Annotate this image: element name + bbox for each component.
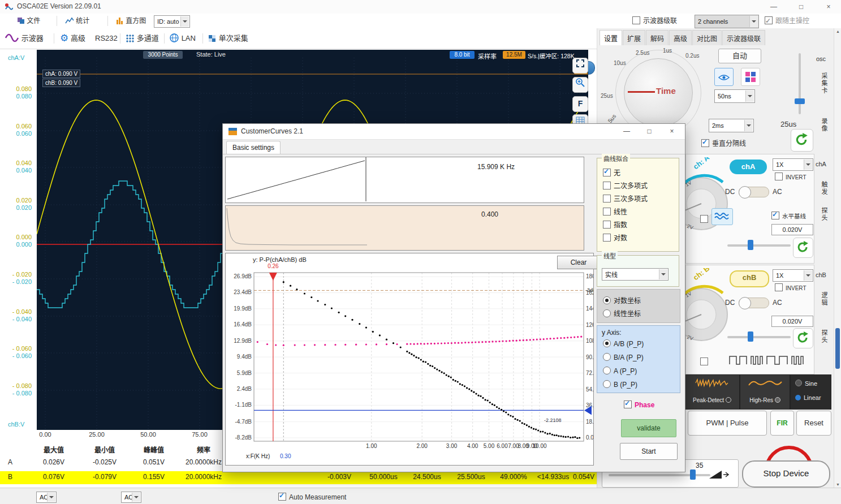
validate-button[interactable]: validate <box>621 419 676 437</box>
scroll-up-icon[interactable]: ▲ <box>836 29 840 33</box>
tab-basic-settings[interactable]: Basic settings <box>226 141 281 154</box>
toolbar-oscilloscope[interactable]: 示波器 <box>5 31 44 46</box>
maximize-button[interactable]: □ <box>789 0 814 14</box>
channel-A-slider-handle[interactable] <box>748 240 753 250</box>
dialog-maximize-button[interactable]: □ <box>639 126 660 137</box>
toolbar-single-acquisition[interactable]: 单次采集 <box>208 31 248 46</box>
fft-button[interactable]: F <box>572 96 588 112</box>
reset-button[interactable]: Reset <box>796 411 831 436</box>
channel-A-coupling-toggle[interactable] <box>739 187 769 197</box>
yaxis-option-4[interactable]: B (P_P) <box>603 380 637 389</box>
side-tab-探头[interactable]: 探头 <box>820 207 829 222</box>
side-tab-chA[interactable]: chA <box>816 161 826 167</box>
fullscreen-button[interactable] <box>572 58 588 74</box>
menu-file[interactable]: 文件 <box>17 15 40 27</box>
toolbar-multichannel[interactable]: 多通道 <box>126 31 159 46</box>
channel-A-enable-button[interactable]: chA <box>730 160 767 174</box>
channel-A-offset-field[interactable]: 0.020V <box>771 224 813 235</box>
channel-A-volts-knob[interactable]: ch: A 1V 2V <box>685 157 730 248</box>
start-button[interactable]: Start <box>620 443 678 460</box>
line-type-combo[interactable]: 实线 <box>602 268 669 281</box>
scroll-down-icon[interactable]: ▼ <box>836 483 840 486</box>
device-id-combo[interactable]: ID: auto <box>154 15 190 28</box>
close-button[interactable]: × <box>816 0 841 14</box>
dialog-titlebar[interactable]: CustomerCurves 2.1 — □ × <box>223 124 685 140</box>
zoom-button[interactable] <box>572 77 588 93</box>
dialog-minimize-button[interactable]: — <box>616 126 637 137</box>
panel-tab-1[interactable]: 设置 <box>600 30 622 45</box>
channel-A-offset-slider[interactable] <box>727 244 791 247</box>
channels-combo[interactable]: 2 channels <box>695 15 759 28</box>
menu-histogram[interactable]: 直方图 <box>116 15 146 27</box>
display-eye-button[interactable] <box>714 68 734 86</box>
cascade-checkbox[interactable]: 示波器级联 <box>632 15 677 27</box>
panel-scrollbar[interactable]: ▲ ▼ <box>834 28 841 488</box>
channel-A-wave-checkbox[interactable] <box>700 214 711 224</box>
dialog-close-button[interactable]: × <box>661 126 683 137</box>
vertical-slider[interactable] <box>799 53 801 114</box>
generator-shape-button[interactable]: Sine Linear <box>790 374 831 410</box>
pulse-shapes-icon[interactable] <box>728 351 812 368</box>
fir-button[interactable]: FIR <box>770 411 794 436</box>
minimize-button[interactable]: — <box>761 0 786 14</box>
channel-B-offset-field[interactable]: 0.020V <box>771 316 813 327</box>
coupling-A-combo[interactable]: AC <box>36 492 57 503</box>
follow-master-checkbox[interactable]: 跟随主操控 <box>765 15 809 27</box>
scrollbar-thumb[interactable] <box>835 328 840 369</box>
channel-B-coupling-toggle[interactable] <box>739 298 769 308</box>
yaxis-option-2[interactable]: B/A (P_P) <box>603 353 644 361</box>
side-tab-osc[interactable]: osc <box>816 55 826 62</box>
panel-tab-4[interactable]: 高级 <box>669 30 692 45</box>
fit-option-5[interactable]: 指数 <box>603 219 627 229</box>
menu-statistics[interactable]: 统计 <box>65 15 89 27</box>
phase-checkbox[interactable]: Phase <box>624 400 654 409</box>
toolbar-lan[interactable]: LAN <box>170 31 196 46</box>
channel-B-volts-knob[interactable]: ch: B 1V 2V <box>685 268 730 359</box>
roll-mode-combo[interactable]: 2ms <box>709 119 754 132</box>
channel-B-reset-button[interactable] <box>793 328 813 348</box>
vertical-separator-checkbox[interactable]: 垂直分隔线 <box>701 138 746 148</box>
channel-B-atten-combo[interactable]: 1X <box>773 269 813 282</box>
fit-option-3[interactable]: 三次多项式 <box>603 193 648 203</box>
coord-option-2[interactable]: 线性坐标 <box>603 308 641 318</box>
channel-A-invert-checkbox[interactable]: INVERT <box>775 173 807 180</box>
side-tab-探头[interactable]: 探头 <box>820 329 829 344</box>
timebase-combo[interactable]: 50ns <box>714 89 755 103</box>
side-tab-逻辑[interactable]: 逻辑 <box>820 292 829 307</box>
panel-tab-6[interactable]: 示波器级联 <box>722 30 765 45</box>
fit-option-1[interactable]: 无 <box>603 167 620 177</box>
panel-tab-2[interactable]: 扩展 <box>623 30 645 45</box>
customer-curves-dialog[interactable]: CustomerCurves 2.1 — □ × Basic settings … <box>222 123 685 472</box>
pulse-mode-checkbox[interactable] <box>700 356 711 367</box>
side-tab-录像[interactable]: 录像 <box>820 118 829 132</box>
panel-tab-3[interactable]: 解码 <box>646 30 669 45</box>
channel-A-reset-button[interactable] <box>793 238 813 258</box>
yaxis-option-1[interactable]: A/B (P_P) <box>603 339 644 348</box>
toolbar-rs232[interactable]: RS232 <box>95 31 118 46</box>
stop-device-button[interactable]: Stop Device <box>742 460 830 488</box>
channel-B-invert-checkbox[interactable]: INVERT <box>775 283 807 291</box>
peak-detect-button[interactable]: Peak-Detect <box>684 374 740 410</box>
side-tab-chB[interactable]: chB <box>816 272 826 278</box>
vertical-slider-handle[interactable] <box>795 98 805 104</box>
fit-option-4[interactable]: 线性 <box>603 206 627 216</box>
waveform-style-button[interactable] <box>711 208 733 225</box>
refresh-timebase-button[interactable] <box>791 129 813 152</box>
channel-B-enable-button[interactable]: chB <box>730 270 769 287</box>
high-res-button[interactable]: High-Res <box>740 374 790 410</box>
pwm-pulse-button[interactable]: PWM | Pulse <box>688 411 767 436</box>
channel-B-slider-handle[interactable] <box>748 331 753 342</box>
coord-option-1[interactable]: 对数坐标 <box>603 295 641 305</box>
color-palette-button[interactable] <box>741 68 760 86</box>
generator-slider-handle[interactable] <box>690 469 696 480</box>
fit-option-6[interactable]: 对数 <box>603 232 627 242</box>
channel-B-offset-slider[interactable] <box>727 336 791 338</box>
side-tab-采集卡[interactable]: 采集卡 <box>820 72 829 94</box>
channel-A-baseline-checkbox[interactable]: 水平基线 <box>771 212 806 220</box>
yaxis-option-3[interactable]: A (P_P) <box>603 367 637 375</box>
coupling-B-combo[interactable]: AC <box>121 492 141 503</box>
auto-button[interactable]: 自动 <box>718 49 761 63</box>
side-tab-触发[interactable]: 触发 <box>820 181 829 196</box>
auto-measurement-checkbox[interactable]: Auto Measurement <box>278 493 346 501</box>
panel-tab-5[interactable]: 对比图 <box>692 30 722 45</box>
